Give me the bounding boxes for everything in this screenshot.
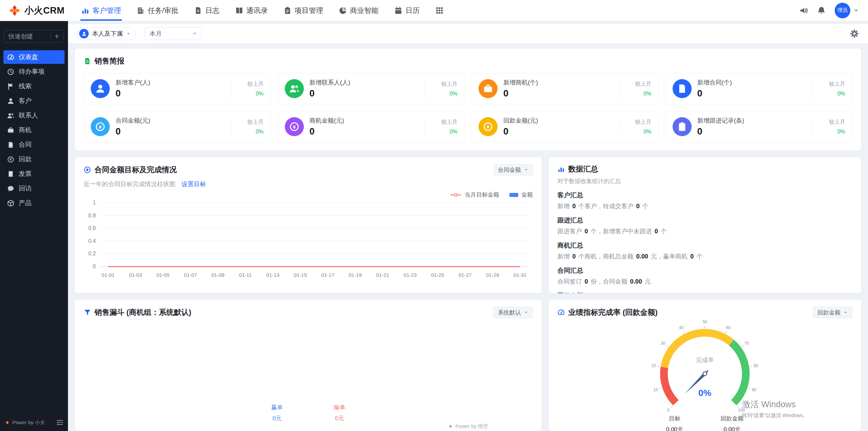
svg-text:01-29: 01-29 (486, 272, 499, 278)
compare-value: 0% (643, 91, 651, 97)
svg-text:01-19: 01-19 (349, 272, 362, 278)
user-menu[interactable]: 理员 (835, 3, 859, 18)
collapse-sidebar-icon[interactable] (56, 419, 63, 426)
quick-create-label: 快速创建 (8, 32, 33, 40)
stat-card-new-contracts[interactable]: 新增合同(个)0较上月0% (665, 73, 853, 104)
briefcase-glyph (483, 84, 493, 94)
sidebar-item-invoices[interactable]: 发票 (3, 167, 65, 181)
stat-cards: 新增客户(人)0较上月0%新增联系人(人)0较上月0%新增商机(个)0较上月0%… (84, 73, 852, 142)
stat-label: 新增商机(个) (503, 78, 615, 87)
payment-amount-dropdown[interactable]: 回款金额 (813, 307, 852, 318)
bell-icon[interactable] (817, 6, 826, 15)
briefcase-glyph (7, 127, 14, 134)
target-chart-subtitle-row: 近一年的合同目标完成情况柱状图 设置目标 (84, 180, 533, 188)
stat-card-new-follow-records[interactable]: 新增跟进记录(条)0较上月0% (665, 111, 853, 142)
nav-item-tasks-approval[interactable]: 任务/审批 (129, 0, 186, 21)
compare-value: 0% (643, 129, 651, 135)
coin-glyph: ¥ (289, 122, 299, 132)
gear-icon[interactable] (850, 29, 859, 38)
watermark-line2: 转到“设置”以激活 Windows。 (742, 412, 808, 419)
set-target-link[interactable]: 设置目标 (181, 180, 206, 188)
top-navbar: 小火CRM 客户管理任务/审批日志通讯录项目管理商业智能日历 理员 (0, 0, 868, 21)
summary-section-title: 跟进汇总 (557, 216, 852, 225)
caret-down-glyph (524, 167, 528, 172)
svg-text:0.4: 0.4 (88, 238, 96, 244)
stat-card-contract-amount[interactable]: ¥合同金额(元)0较上月0% (84, 111, 271, 142)
summary-section: 回款金额回款金额 0.00 元，预计回款金额 0.00 元 (557, 291, 852, 293)
svg-text:10: 10 (653, 388, 658, 392)
legend-line[interactable]: 当月目标金额 (450, 191, 499, 199)
bar-marker-icon (509, 193, 518, 197)
nav-item-project-management[interactable]: 项目管理 (276, 0, 331, 21)
sidebar-item-visits[interactable]: 回访 (3, 182, 65, 195)
sidebar-item-todo[interactable]: 待办事项 (3, 65, 65, 78)
nav-item-calendar[interactable]: 日历 (386, 0, 428, 21)
svg-text:01-09: 01-09 (211, 272, 224, 278)
sidebar-item-products[interactable]: 产品 (3, 196, 65, 210)
box-glyph (7, 200, 14, 207)
caret-down-glyph (524, 310, 528, 315)
calendar-glyph (394, 6, 402, 15)
nav-item-customer-management[interactable]: 客户管理 (73, 0, 129, 21)
svg-text:¥: ¥ (487, 124, 490, 130)
compare-value: 0% (450, 129, 457, 135)
flame-glyph (5, 420, 10, 425)
nav-item-business-intelligence[interactable]: 商业智能 (331, 0, 386, 21)
volume-glyph (799, 6, 808, 15)
time-filter[interactable]: 本月 (145, 27, 202, 40)
opportunity-group-dropdown[interactable]: 系统默认 (493, 307, 533, 318)
svg-text:01-01: 01-01 (102, 272, 115, 278)
stat-card-new-opportunities[interactable]: 新增商机(个)0较上月0% (471, 73, 659, 104)
sidebar-item-opportunities[interactable]: 商机 (3, 123, 65, 137)
compare-label: 较上月 (441, 119, 457, 126)
chevron-down-icon (853, 7, 859, 14)
collapse-glyph (56, 419, 63, 426)
stat-card-opportunity-amount[interactable]: ¥商机金额(元)0较上月0% (278, 111, 465, 142)
sidebar-item-contacts[interactable]: 联系人 (3, 109, 65, 122)
summary-section-title: 合同汇总 (557, 266, 852, 275)
contract-amount-dropdown[interactable]: 合同金额 (493, 164, 533, 176)
person-glyph (82, 31, 87, 36)
stat-value: 0 (116, 126, 227, 137)
summary-subtitle: 对于数据收集统计的汇总 (557, 177, 852, 185)
stat-card-new-contacts[interactable]: 新增联系人(人)0较上月0% (278, 73, 465, 104)
summary-sections: 客户汇总新增 0 个客户，转成交客户 0 个跟进汇总跟进客户 0 个，新增客户中… (557, 191, 852, 293)
chevron-down-icon (192, 31, 197, 36)
stat-card-new-customers[interactable]: 新增客户(人)0较上月0% (84, 73, 271, 104)
summary-section-detail: 新增 0 个客户，转成交客户 0 个 (557, 202, 852, 210)
chevron-down-icon (524, 310, 528, 315)
sales-brief-title: 销售简报 (84, 56, 852, 66)
stat-card-payment-amount[interactable]: ¥回款金额(元)0较上月0% (471, 111, 659, 142)
nav-items: 客户管理任务/审批日志通讯录项目管理商业智能日历 (73, 0, 451, 21)
compare-label: 较上月 (441, 80, 457, 88)
footer-text: Power by 悟空 (455, 423, 488, 430)
sidebar-item-payments[interactable]: ¥回款 (3, 152, 65, 166)
avatar[interactable]: 理员 (835, 3, 850, 18)
scope-filter[interactable]: 本人及下属 (77, 27, 136, 40)
dashboard-glyph (7, 54, 14, 61)
sidebar-item-dashboard[interactable]: 仪表盘 (3, 50, 65, 64)
target-icon (84, 166, 91, 174)
nav-item-log[interactable]: 日志 (186, 0, 227, 21)
nav-item-apps[interactable] (428, 0, 451, 21)
sidebar-item-leads[interactable]: 线索 (3, 79, 65, 93)
doc-icon (673, 79, 692, 98)
volume-icon[interactable] (799, 6, 808, 15)
receipt-glyph (7, 170, 14, 178)
building-glyph (137, 6, 145, 15)
plus-icon[interactable] (54, 34, 59, 39)
summary-section: 商机汇总新增 0 个商机，商机总金额 0.00 元，赢单商机 0 个 (557, 241, 852, 261)
sidebar-item-customers[interactable]: 客户 (3, 94, 65, 108)
svg-text:30: 30 (661, 341, 665, 346)
quick-create-button[interactable]: 快速创建 (4, 30, 64, 43)
legend-bar[interactable]: 金额 (509, 191, 533, 199)
nav-item-contacts-book[interactable]: 通讯录 (227, 0, 276, 21)
gauge-title: 业绩指标完成率 (回款金额) (568, 307, 658, 318)
stat-value: 0 (310, 88, 421, 99)
compare-label: 较上月 (829, 80, 845, 88)
sidebar-item-contracts[interactable]: 合同 (3, 138, 65, 151)
app-logo[interactable]: 小火CRM (9, 4, 69, 17)
clipboard-glyph (283, 6, 292, 15)
quick-create-actions (50, 33, 59, 39)
sidebar-footer: Power by 小火 (0, 414, 68, 431)
